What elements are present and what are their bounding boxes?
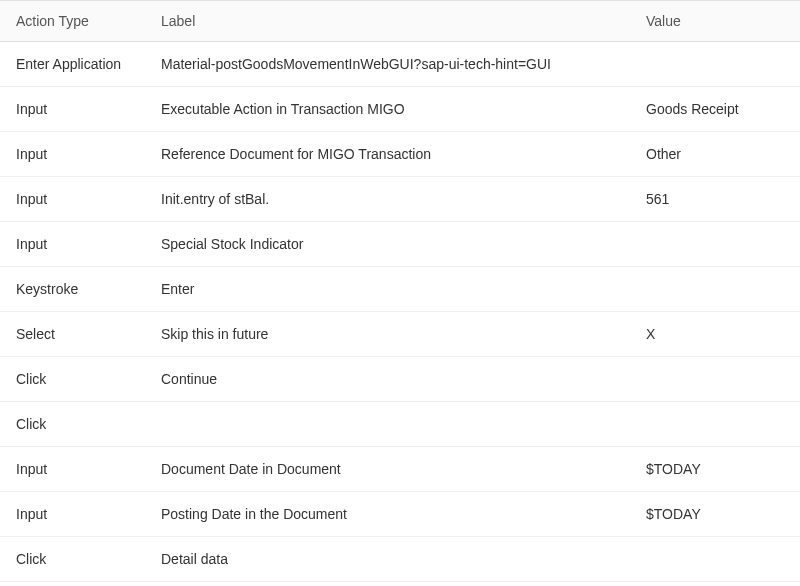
cell-value	[630, 267, 800, 312]
cell-action-type: Click	[0, 537, 145, 582]
cell-action-type: Input	[0, 87, 145, 132]
cell-value	[630, 402, 800, 447]
cell-value	[630, 42, 800, 87]
actions-table: Action Type Label Value Enter Applicatio…	[0, 0, 800, 582]
cell-label: Init.entry of stBal.	[145, 177, 630, 222]
cell-value	[630, 537, 800, 582]
cell-value: $TODAY	[630, 447, 800, 492]
table-row: ClickDetail data	[0, 537, 800, 582]
table-row: InputReference Document for MIGO Transac…	[0, 132, 800, 177]
cell-value	[630, 357, 800, 402]
table-row: SelectSkip this in futureX	[0, 312, 800, 357]
table-row: InputPosting Date in the Document$TODAY	[0, 492, 800, 537]
cell-label	[145, 402, 630, 447]
cell-value: Other	[630, 132, 800, 177]
cell-value: Goods Receipt	[630, 87, 800, 132]
header-value: Value	[630, 1, 800, 42]
cell-label: Continue	[145, 357, 630, 402]
table-row: ClickContinue	[0, 357, 800, 402]
table-row: InputInit.entry of stBal.561	[0, 177, 800, 222]
cell-label: Reference Document for MIGO Transaction	[145, 132, 630, 177]
cell-label: Material-postGoodsMovementInWebGUI?sap-u…	[145, 42, 630, 87]
cell-value: 561	[630, 177, 800, 222]
cell-value	[630, 222, 800, 267]
cell-action-type: Input	[0, 492, 145, 537]
cell-action-type: Select	[0, 312, 145, 357]
header-label: Label	[145, 1, 630, 42]
cell-label: Special Stock Indicator	[145, 222, 630, 267]
cell-label: Detail data	[145, 537, 630, 582]
cell-action-type: Keystroke	[0, 267, 145, 312]
table-header-row: Action Type Label Value	[0, 1, 800, 42]
cell-label: Document Date in Document	[145, 447, 630, 492]
cell-label: Enter	[145, 267, 630, 312]
cell-action-type: Input	[0, 222, 145, 267]
cell-value: X	[630, 312, 800, 357]
cell-label: Executable Action in Transaction MIGO	[145, 87, 630, 132]
cell-action-type: Input	[0, 447, 145, 492]
table-row: InputSpecial Stock Indicator	[0, 222, 800, 267]
cell-action-type: Input	[0, 132, 145, 177]
cell-label: Skip this in future	[145, 312, 630, 357]
table-row: KeystrokeEnter	[0, 267, 800, 312]
cell-action-type: Enter Application	[0, 42, 145, 87]
cell-value: $TODAY	[630, 492, 800, 537]
cell-label: Posting Date in the Document	[145, 492, 630, 537]
cell-action-type: Click	[0, 357, 145, 402]
table-row: InputExecutable Action in Transaction MI…	[0, 87, 800, 132]
table-row: InputDocument Date in Document$TODAY	[0, 447, 800, 492]
cell-action-type: Input	[0, 177, 145, 222]
table-row: Enter ApplicationMaterial-postGoodsMovem…	[0, 42, 800, 87]
header-action-type: Action Type	[0, 1, 145, 42]
table-row: Click	[0, 402, 800, 447]
cell-action-type: Click	[0, 402, 145, 447]
